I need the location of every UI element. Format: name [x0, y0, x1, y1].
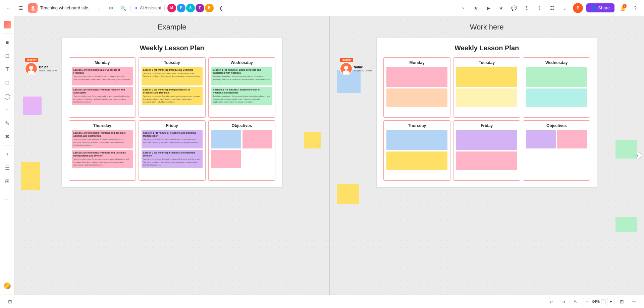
sidebar-frame-icon[interactable]: □	[1, 50, 13, 62]
monday-lesson1-example[interactable]: Lesson 1 (45 minutes): Basic Concepts of…	[72, 67, 133, 85]
floating-sticky-green2-work[interactable]: ···	[615, 217, 637, 232]
lesson-plan-frame-work: Weekly Lesson Plan Monday Tuesday	[376, 37, 597, 188]
work-title: Work here	[470, 23, 504, 32]
teacher-avatar-work	[340, 62, 353, 75]
monday-note1-work[interactable]	[386, 67, 447, 87]
floating-sticky-yellow-work[interactable]: ···	[337, 184, 359, 204]
tuesday-note2-work[interactable]	[456, 88, 517, 107]
sidebar-table-icon[interactable]: ⊞	[1, 175, 13, 187]
thursday-lesson1-example[interactable]: Lesson 1 (45 minutes): Fractions and dec…	[72, 130, 133, 148]
sidebar-divider-1	[3, 34, 12, 34]
fit-screen-icon[interactable]: ⊞	[617, 297, 627, 306]
floating-sticky-yellow-example[interactable]: ···	[21, 162, 40, 190]
menu-icon[interactable]: ☰	[16, 3, 25, 13]
wednesday-note1-work[interactable]	[526, 67, 587, 87]
search-icon[interactable]: 🔍	[118, 3, 128, 13]
tuesday-header-example: Tuesday	[142, 60, 203, 65]
help-icon[interactable]: ?	[631, 3, 640, 13]
collab-tool-icons: M P S F B	[167, 4, 214, 12]
notification-icon[interactable]: 🔔 2	[618, 3, 627, 13]
tuesday-lesson2-example[interactable]: Lesson 2 (45 minutes): Interponversion o…	[142, 87, 203, 105]
monday-lesson2-example[interactable]: Lesson 2 (45 minutes): Fractions Additio…	[72, 87, 133, 105]
comment-icon[interactable]: 💬	[509, 3, 519, 13]
chevron-down-icon[interactable]: ⌄	[560, 3, 570, 13]
collapse-left-icon[interactable]: ❮	[216, 3, 226, 13]
back-button[interactable]: ←	[4, 3, 13, 13]
monday-header-example: Monday	[72, 60, 133, 65]
canvas-area: Example Teacher Bruce Math | Grade 6	[15, 16, 644, 295]
sidebar-text-icon[interactable]: T	[1, 63, 13, 75]
obj-sticky-1[interactable]	[211, 130, 241, 148]
thursday-note1-work[interactable]	[386, 130, 447, 150]
minimap-icon[interactable]: ⊞	[5, 297, 15, 306]
teacher-info-work: Name Subject | Grade	[340, 62, 372, 75]
monday-cell-work: Monday	[383, 57, 450, 118]
template-icon[interactable]: ★	[471, 3, 480, 13]
tag-icon[interactable]: ✉	[106, 3, 116, 13]
teacher-badge-example: Teacher Bruce Math | Grade 6	[25, 58, 57, 75]
sidebar-color-icon[interactable]: T	[1, 148, 13, 160]
grid-view-icon[interactable]: ☷	[629, 297, 639, 306]
download-icon[interactable]: ↓	[94, 3, 104, 13]
cursor-mode-icon[interactable]: ↖	[571, 297, 580, 306]
teacher-info: Bruce Math | Grade 6	[25, 62, 57, 75]
obj-sticky-3[interactable]	[211, 150, 241, 168]
tool-avatar-3: S	[186, 4, 195, 12]
sidebar-pen-icon[interactable]: ∼	[1, 104, 13, 116]
color-swatch	[4, 283, 11, 289]
share-button[interactable]: 👤 Share	[586, 3, 614, 12]
monday-header-work: Monday	[386, 60, 447, 65]
present-icon[interactable]: ▶	[484, 3, 493, 13]
svg-point-5	[343, 70, 350, 74]
floating-sticky-purple-example[interactable]	[23, 97, 42, 115]
tuesday-note1-work[interactable]	[456, 67, 517, 87]
apps-icon[interactable]: ☷	[547, 3, 557, 13]
timer-icon[interactable]: ⏱	[522, 3, 531, 13]
sidebar-shape-icon[interactable]: ◯	[1, 90, 13, 102]
friday-header-example: Friday	[142, 123, 203, 128]
friday-note1-work[interactable]	[456, 130, 517, 150]
tuesday-lesson1-example[interactable]: Lesson 1 (45 minutes): Introducing Decim…	[142, 67, 203, 85]
zoom-out-button[interactable]: −	[583, 298, 590, 305]
obj-work-sticky-1[interactable]	[526, 130, 556, 148]
main-area: ■ □ T □ ◯ ∼ ✎ ✖ T ☰ ⊞ ⋯ Example Teacher	[0, 16, 644, 295]
topbar: ← ☰ Teaching whiteboard stic... ↓ ✉ 🔍 ✦ …	[0, 0, 644, 16]
sidebar-select-icon[interactable]: ■	[1, 37, 13, 49]
sidebar-palette-icon[interactable]	[1, 280, 13, 292]
zoom-dropdown-icon[interactable]: ⌄	[601, 299, 606, 304]
day-grid-row1-example: Monday Lesson 1 (45 minutes): Basic Conc…	[69, 57, 275, 118]
redo-icon[interactable]: ↪	[559, 297, 568, 306]
floating-sticky-yellow2-example[interactable]: ···	[304, 132, 321, 148]
teacher-label-work: Teacher	[340, 58, 353, 62]
wednesday-note2-work[interactable]	[526, 88, 587, 107]
thursday-note2-work[interactable]: ···	[386, 151, 447, 170]
wednesday-lesson1-example[interactable]: Lesson 1 (45 minutes): Basic concepts an…	[211, 67, 272, 85]
friday-note2-work[interactable]	[456, 151, 517, 170]
sidebar-logo-icon[interactable]	[1, 19, 13, 31]
expand-icon[interactable]: ›	[458, 3, 468, 13]
thursday-header-work: Thursday	[386, 123, 447, 128]
thursday-lesson2-example[interactable]: Lesson 2 (45 minutes): Fractions and Dec…	[72, 150, 133, 168]
sidebar-list-icon[interactable]: ☰	[1, 162, 13, 174]
ai-assistant-button[interactable]: ✦ AI Assistant	[130, 4, 165, 12]
sidebar-brush-icon[interactable]: ✎	[1, 117, 13, 129]
zoom-in-button[interactable]: +	[607, 298, 614, 305]
undo-icon[interactable]: ↩	[547, 297, 556, 306]
svg-point-2	[29, 66, 33, 70]
export-icon[interactable]: ⇧	[535, 3, 544, 13]
friday-lesson1-example[interactable]: Session 1 (45 minutes): Fractions and De…	[142, 130, 203, 148]
monday-note2-work[interactable]	[386, 88, 447, 107]
friday-lesson2-example[interactable]: Lesson 2 (45 minutes): Fractions and dec…	[142, 150, 203, 168]
friday-cell-example: Friday Session 1 (45 minutes): Fractions…	[139, 120, 206, 181]
floating-sticky-green-work[interactable]: ···	[615, 140, 637, 159]
share-icon: 👤	[591, 5, 596, 10]
user-avatar[interactable]: B	[573, 3, 583, 13]
animation-icon[interactable]: ★	[496, 3, 506, 13]
sidebar-more-icon[interactable]: ⋯	[1, 193, 13, 205]
obj-work-sticky-2[interactable]	[557, 130, 587, 148]
obj-sticky-2[interactable]	[243, 130, 272, 148]
sidebar-sticky-icon[interactable]: □	[1, 77, 13, 89]
sidebar-eraser-icon[interactable]: ✖	[1, 130, 13, 142]
wednesday-lesson2-example[interactable]: Session 2 (45 minutes): Interconversión …	[211, 87, 272, 105]
objectives-cell-work: Objectives	[523, 120, 590, 181]
